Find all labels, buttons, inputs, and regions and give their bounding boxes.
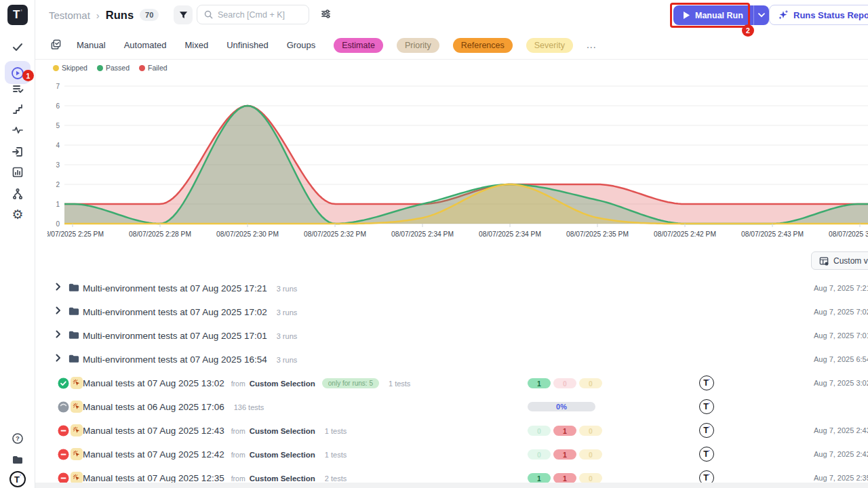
run-meta: 1 tests [325,427,347,435]
custom-view-button[interactable]: Custom view [811,251,868,270]
activity-icon[interactable] [0,123,35,138]
manual-run-button[interactable]: Manual Run [673,5,753,25]
copy-check-icon[interactable] [50,39,62,50]
assignee-avatar[interactable]: T' [699,399,714,414]
status-failed-icon [58,449,69,460]
help-icon[interactable]: ? [0,431,35,446]
failed-count-pill: 1 [553,473,576,483]
funnel-filter-button[interactable] [174,5,193,24]
breadcrumb: Testomat › Runs 70 [49,0,159,30]
folder-icon [68,354,79,363]
tab-pill-severity[interactable]: Severity [526,38,573,53]
progress-bar: 0% [528,402,595,411]
legend-label: Passed [106,64,130,72]
breadcrumb-project[interactable]: Testomat [49,9,90,21]
legend-item-skipped[interactable]: Skipped [53,64,87,72]
profile-avatar[interactable]: T' [0,472,35,487]
more-tabs-button[interactable]: ... [587,39,597,50]
app-logo[interactable]: T' [7,5,28,25]
result-count-pills: 110 [528,473,602,483]
runs-list: Multi-environment tests at 07 Aug 2025 1… [35,277,868,488]
play-icon [684,12,690,19]
projects-folder-icon[interactable] [0,452,35,467]
branch-icon[interactable] [0,186,35,201]
manual-run-dropdown-button[interactable] [753,5,769,25]
chevron-right-icon[interactable] [56,354,61,362]
svg-text:08/07/2025 2:43 PM: 08/07/2025 2:43 PM [741,230,804,238]
runs-count-badge: 70 [140,9,159,21]
sparkles-icon [778,9,789,20]
header: Testomat › Runs 70 Manual Run Runs S [35,0,868,30]
group-meta: 3 runs [277,308,298,317]
group-title[interactable]: Multi-environment tests at 07 Aug 2025 1… [83,331,267,341]
runs-status-report-button[interactable]: Runs Status Report [769,5,868,25]
status-passed-icon [58,378,69,389]
tab-manual[interactable]: Manual [77,40,106,50]
svg-text:3: 3 [56,161,60,169]
funnel-filter-icon [178,10,189,20]
run-meta: 1 tests [389,380,410,388]
analytics-icon[interactable] [0,165,35,180]
run-row[interactable]: Manual tests at 06 Aug 2025 17:06136 tes… [35,395,868,419]
settings-gear-icon[interactable]: ⚙ [0,207,35,222]
skipped-count-pill: 0 [579,426,602,436]
group-title[interactable]: Multi-environment tests at 07 Aug 2025 1… [83,307,267,317]
svg-text:2: 2 [56,181,60,188]
run-row[interactable]: Manual tests at 07 Aug 2025 12:42fromCus… [35,443,868,466]
tab-mixed[interactable]: Mixed [185,40,209,50]
group-row[interactable]: Multi-environment tests at 07 Aug 2025 1… [35,324,868,348]
group-title[interactable]: Multi-environment tests at 07 Aug 2025 1… [83,354,267,365]
annotation-step-1: 1 [22,70,34,81]
checklist-icon[interactable] [0,81,35,96]
assignee-avatar[interactable]: T' [699,447,714,462]
tab-pill-priority[interactable]: Priority [397,38,439,53]
result-count-pills: 100 [528,378,602,388]
search-box[interactable] [197,5,309,24]
legend-item-passed[interactable]: Passed [97,64,130,72]
group-row[interactable]: Multi-environment tests at 07 Aug 2025 1… [35,277,868,300]
assignee-avatar[interactable]: T' [699,375,714,390]
tab-pill-estimate[interactable]: Estimate [334,38,383,53]
run-title[interactable]: Manual tests at 07 Aug 2025 12:42 [83,449,224,460]
skipped-count-pill: 0 [579,378,602,388]
tab-unfinished[interactable]: Unfinished [226,40,268,50]
passed-count-pill: 1 [528,378,551,388]
svg-text:08/07/2025 2:30 PM: 08/07/2025 2:30 PM [216,230,279,238]
manual-click-icon [71,401,83,413]
group-meta: 3 runs [277,285,298,293]
folder-icon [68,283,79,292]
failed-count-pill: 0 [553,378,576,388]
tab-automated[interactable]: Automated [124,40,167,50]
tab-pill-references[interactable]: References [453,38,513,53]
run-title[interactable]: Manual tests at 07 Aug 2025 12:43 [83,426,224,436]
svg-text:6: 6 [56,102,60,110]
sliders-icon[interactable] [320,8,332,22]
group-row[interactable]: Multi-environment tests at 07 Aug 2025 1… [35,300,868,324]
run-source: Custom Selection [250,474,315,483]
run-title[interactable]: Manual tests at 07 Aug 2025 13:02 [83,378,224,388]
finished-timestamp: Aug 7, 2025 2:43 PM [814,426,868,434]
chevron-right-icon[interactable] [56,330,61,338]
run-row[interactable]: Manual tests at 07 Aug 2025 12:43fromCus… [35,419,868,443]
search-input[interactable] [218,10,296,20]
chevron-right-icon[interactable] [56,306,61,314]
status-in-progress-icon [58,401,69,413]
group-title[interactable]: Multi-environment tests at 07 Aug 2025 1… [83,283,267,293]
svg-text:1: 1 [56,201,60,208]
run-title[interactable]: Manual tests at 07 Aug 2025 12:35 [83,473,224,483]
run-source: Custom Selection [250,380,315,388]
chevron-right-icon[interactable] [56,283,61,291]
run-row[interactable]: Manual tests at 07 Aug 2025 13:02fromCus… [35,371,868,395]
tests-check-icon[interactable] [0,39,35,54]
run-from-label: from [231,380,245,388]
steps-icon[interactable] [0,102,35,117]
run-title[interactable]: Manual tests at 06 Aug 2025 17:06 [83,402,224,412]
legend-item-failed[interactable]: Failed [139,64,167,72]
import-icon[interactable] [0,144,35,159]
svg-text:4: 4 [56,142,60,149]
legend-dot [97,65,103,71]
legend-dot [139,65,145,71]
group-row[interactable]: Multi-environment tests at 07 Aug 2025 1… [35,348,868,371]
assignee-avatar[interactable]: T' [699,423,714,438]
tab-groups[interactable]: Groups [287,40,316,50]
